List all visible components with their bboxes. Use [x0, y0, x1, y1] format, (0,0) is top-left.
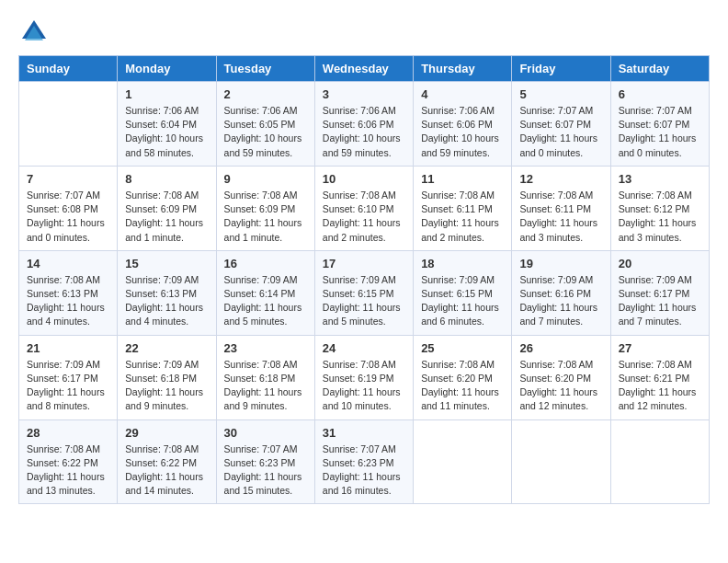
day-number: 19 — [519, 257, 602, 270]
day-info: Sunrise: 7:08 AM Sunset: 6:21 PM Dayligh… — [619, 358, 701, 414]
calendar-cell: 10Sunrise: 7:08 AM Sunset: 6:10 PM Dayli… — [314, 166, 413, 250]
calendar-cell: 17Sunrise: 7:09 AM Sunset: 6:15 PM Dayli… — [314, 250, 413, 335]
calendar-cell: 1Sunrise: 7:06 AM Sunset: 6:04 PM Daylig… — [118, 82, 216, 167]
day-info: Sunrise: 7:07 AM Sunset: 6:23 PM Dayligh… — [224, 442, 307, 499]
day-number: 11 — [421, 172, 504, 186]
calendar-cell: 6Sunrise: 7:07 AM Sunset: 6:07 PM Daylig… — [610, 82, 709, 167]
calendar-cell — [414, 419, 512, 504]
day-info: Sunrise: 7:09 AM Sunset: 6:15 PM Dayligh… — [323, 273, 405, 329]
column-header-monday: Monday — [118, 56, 216, 82]
day-number: 3 — [323, 87, 405, 101]
calendar-cell: 18Sunrise: 7:09 AM Sunset: 6:15 PM Dayli… — [414, 250, 512, 335]
day-info: Sunrise: 7:08 AM Sunset: 6:20 PM Dayligh… — [421, 358, 504, 414]
calendar-cell: 14Sunrise: 7:08 AM Sunset: 6:13 PM Dayli… — [19, 250, 118, 335]
day-info: Sunrise: 7:07 AM Sunset: 6:07 PM Dayligh… — [519, 104, 602, 160]
day-number: 17 — [323, 257, 405, 270]
day-number: 5 — [519, 87, 602, 101]
column-header-thursday: Thursday — [414, 56, 512, 82]
day-number: 1 — [125, 87, 208, 101]
column-header-saturday: Saturday — [610, 56, 709, 82]
week-row-4: 21Sunrise: 7:09 AM Sunset: 6:17 PM Dayli… — [19, 335, 710, 419]
week-row-5: 28Sunrise: 7:08 AM Sunset: 6:22 PM Dayli… — [19, 419, 710, 504]
page-header — [18, 18, 710, 46]
header-row: SundayMondayTuesdayWednesdayThursdayFrid… — [19, 56, 710, 82]
calendar-cell: 12Sunrise: 7:08 AM Sunset: 6:11 PM Dayli… — [512, 166, 610, 250]
calendar-cell: 4Sunrise: 7:06 AM Sunset: 6:06 PM Daylig… — [414, 82, 512, 167]
day-number: 28 — [27, 426, 109, 440]
day-info: Sunrise: 7:08 AM Sunset: 6:13 PM Dayligh… — [27, 273, 109, 329]
day-number: 20 — [619, 257, 701, 270]
calendar-cell: 24Sunrise: 7:08 AM Sunset: 6:19 PM Dayli… — [314, 335, 413, 419]
day-number: 10 — [323, 172, 405, 186]
calendar-cell: 13Sunrise: 7:08 AM Sunset: 6:12 PM Dayli… — [610, 166, 709, 250]
calendar-cell: 19Sunrise: 7:09 AM Sunset: 6:16 PM Dayli… — [512, 250, 610, 335]
day-info: Sunrise: 7:09 AM Sunset: 6:17 PM Dayligh… — [27, 358, 109, 414]
calendar-cell: 9Sunrise: 7:08 AM Sunset: 6:09 PM Daylig… — [216, 166, 314, 250]
logo — [18, 18, 48, 46]
day-info: Sunrise: 7:08 AM Sunset: 6:20 PM Dayligh… — [519, 358, 602, 414]
calendar-cell: 5Sunrise: 7:07 AM Sunset: 6:07 PM Daylig… — [512, 82, 610, 167]
calendar-cell: 3Sunrise: 7:06 AM Sunset: 6:06 PM Daylig… — [314, 82, 413, 167]
day-info: Sunrise: 7:07 AM Sunset: 6:08 PM Dayligh… — [27, 189, 109, 245]
day-info: Sunrise: 7:08 AM Sunset: 6:18 PM Dayligh… — [224, 358, 307, 414]
day-number: 25 — [421, 341, 504, 355]
calendar-table: SundayMondayTuesdayWednesdayThursdayFrid… — [18, 55, 710, 504]
day-info: Sunrise: 7:08 AM Sunset: 6:09 PM Dayligh… — [125, 189, 208, 245]
day-info: Sunrise: 7:08 AM Sunset: 6:10 PM Dayligh… — [323, 189, 405, 245]
day-number: 7 — [27, 172, 109, 186]
week-row-2: 7Sunrise: 7:07 AM Sunset: 6:08 PM Daylig… — [19, 166, 710, 250]
day-number: 26 — [519, 341, 602, 355]
calendar-cell: 21Sunrise: 7:09 AM Sunset: 6:17 PM Dayli… — [19, 335, 118, 419]
calendar-cell: 31Sunrise: 7:07 AM Sunset: 6:23 PM Dayli… — [314, 419, 413, 504]
calendar-cell: 20Sunrise: 7:09 AM Sunset: 6:17 PM Dayli… — [610, 250, 709, 335]
day-number: 23 — [224, 341, 307, 355]
calendar-cell: 27Sunrise: 7:08 AM Sunset: 6:21 PM Dayli… — [610, 335, 709, 419]
day-number: 6 — [619, 87, 701, 101]
calendar-cell: 15Sunrise: 7:09 AM Sunset: 6:13 PM Dayli… — [118, 250, 216, 335]
day-info: Sunrise: 7:09 AM Sunset: 6:18 PM Dayligh… — [125, 358, 208, 414]
calendar-cell: 8Sunrise: 7:08 AM Sunset: 6:09 PM Daylig… — [118, 166, 216, 250]
day-info: Sunrise: 7:07 AM Sunset: 6:07 PM Dayligh… — [619, 104, 701, 160]
calendar-cell: 23Sunrise: 7:08 AM Sunset: 6:18 PM Dayli… — [216, 335, 314, 419]
day-info: Sunrise: 7:08 AM Sunset: 6:19 PM Dayligh… — [323, 358, 405, 414]
day-info: Sunrise: 7:09 AM Sunset: 6:17 PM Dayligh… — [619, 273, 701, 329]
day-number: 30 — [224, 426, 307, 440]
day-info: Sunrise: 7:06 AM Sunset: 6:06 PM Dayligh… — [421, 104, 504, 160]
day-number: 12 — [519, 172, 602, 186]
day-info: Sunrise: 7:09 AM Sunset: 6:15 PM Dayligh… — [421, 273, 504, 329]
day-number: 27 — [619, 341, 701, 355]
week-row-3: 14Sunrise: 7:08 AM Sunset: 6:13 PM Dayli… — [19, 250, 710, 335]
day-info: Sunrise: 7:07 AM Sunset: 6:23 PM Dayligh… — [323, 442, 405, 499]
calendar-cell: 11Sunrise: 7:08 AM Sunset: 6:11 PM Dayli… — [414, 166, 512, 250]
column-header-tuesday: Tuesday — [216, 56, 314, 82]
day-info: Sunrise: 7:09 AM Sunset: 6:14 PM Dayligh… — [224, 273, 307, 329]
column-header-wednesday: Wednesday — [314, 56, 413, 82]
calendar-cell: 29Sunrise: 7:08 AM Sunset: 6:22 PM Dayli… — [118, 419, 216, 504]
day-info: Sunrise: 7:08 AM Sunset: 6:11 PM Dayligh… — [519, 189, 602, 245]
week-row-1: 1Sunrise: 7:06 AM Sunset: 6:04 PM Daylig… — [19, 82, 710, 167]
calendar-cell — [610, 419, 709, 504]
day-number: 9 — [224, 172, 307, 186]
day-info: Sunrise: 7:09 AM Sunset: 6:16 PM Dayligh… — [519, 273, 602, 329]
day-info: Sunrise: 7:06 AM Sunset: 6:06 PM Dayligh… — [323, 104, 405, 160]
day-info: Sunrise: 7:06 AM Sunset: 6:04 PM Dayligh… — [125, 104, 208, 160]
calendar-cell: 26Sunrise: 7:08 AM Sunset: 6:20 PM Dayli… — [512, 335, 610, 419]
calendar-cell: 2Sunrise: 7:06 AM Sunset: 6:05 PM Daylig… — [216, 82, 314, 167]
day-number: 31 — [323, 426, 405, 440]
day-info: Sunrise: 7:08 AM Sunset: 6:22 PM Dayligh… — [125, 442, 208, 499]
day-number: 8 — [125, 172, 208, 186]
day-info: Sunrise: 7:09 AM Sunset: 6:13 PM Dayligh… — [125, 273, 208, 329]
calendar-cell — [19, 82, 118, 167]
day-number: 22 — [125, 341, 208, 355]
column-header-friday: Friday — [512, 56, 610, 82]
day-number: 15 — [125, 257, 208, 270]
day-number: 2 — [224, 87, 307, 101]
day-number: 29 — [125, 426, 208, 440]
column-header-sunday: Sunday — [19, 56, 118, 82]
day-number: 16 — [224, 257, 307, 270]
calendar-cell: 30Sunrise: 7:07 AM Sunset: 6:23 PM Dayli… — [216, 419, 314, 504]
day-info: Sunrise: 7:08 AM Sunset: 6:22 PM Dayligh… — [27, 442, 109, 499]
day-info: Sunrise: 7:06 AM Sunset: 6:05 PM Dayligh… — [224, 104, 307, 160]
day-info: Sunrise: 7:08 AM Sunset: 6:12 PM Dayligh… — [619, 189, 701, 245]
day-number: 13 — [619, 172, 701, 186]
